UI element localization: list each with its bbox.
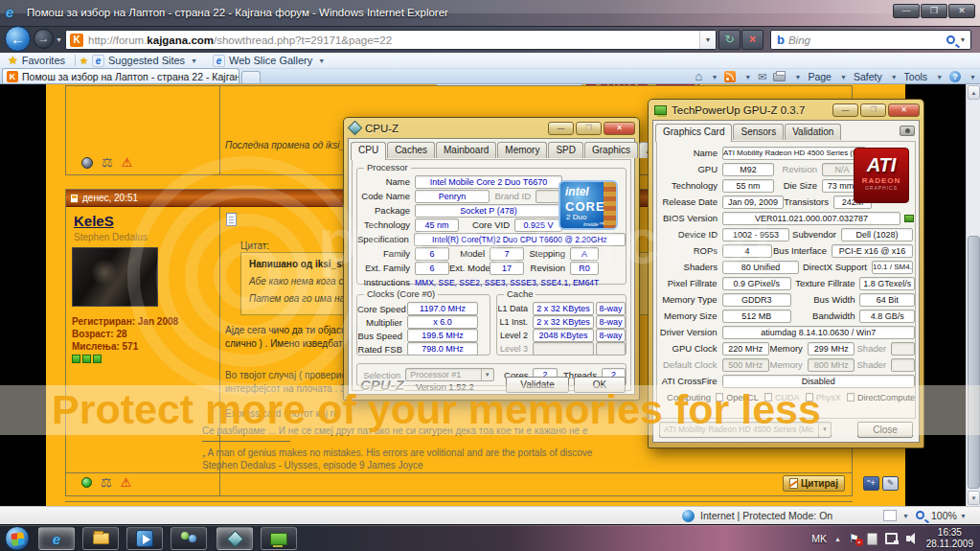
address-bar[interactable]: K http://forum.kajgana.com/showthread.ph… bbox=[65, 30, 717, 50]
minimize-button[interactable]: — bbox=[832, 103, 858, 117]
close-button[interactable]: ✕ bbox=[604, 122, 635, 135]
read-mail-icon[interactable]: ✉ bbox=[758, 71, 766, 83]
directcompute-checkbox[interactable] bbox=[847, 393, 855, 402]
gpuz-close-button[interactable]: Close bbox=[857, 422, 913, 438]
network-icon[interactable] bbox=[885, 533, 899, 544]
gpuz-window[interactable]: TechPowerUp GPU-Z 0.3.7 — ❐ ✕ Graphics C… bbox=[648, 99, 924, 448]
quote-reply-button[interactable]: Цитирај bbox=[783, 475, 845, 492]
field-label: Stepping bbox=[524, 248, 570, 259]
taskbar-ie-button[interactable]: e bbox=[38, 527, 75, 550]
opencl-checkbox[interactable] bbox=[716, 393, 723, 402]
quickreply-button[interactable]: ✎ bbox=[882, 476, 899, 491]
bios-save-icon[interactable] bbox=[904, 215, 914, 222]
minimize-button[interactable]: — bbox=[548, 122, 574, 135]
physx-checkbox[interactable] bbox=[806, 393, 813, 402]
new-tab-button[interactable] bbox=[241, 71, 261, 83]
suggested-sites[interactable]: Suggested Sites bbox=[108, 55, 185, 66]
scroll-down-icon[interactable]: ▼ bbox=[968, 491, 980, 505]
tab-graphics-card[interactable]: Graphics Card bbox=[655, 124, 732, 142]
search-icon[interactable] bbox=[946, 35, 955, 44]
scroll-up-icon[interactable]: ▲ bbox=[968, 85, 980, 100]
search-dropdown-icon[interactable]: ▼ bbox=[955, 36, 970, 43]
web-slice-gallery[interactable]: Web Slice Gallery bbox=[229, 55, 312, 66]
safety-menu[interactable]: Safety bbox=[854, 71, 882, 82]
show-hidden-icons[interactable]: ▲ bbox=[834, 536, 841, 542]
username-link[interactable]: KeleS bbox=[74, 213, 114, 229]
forward-button[interactable]: → bbox=[34, 29, 54, 49]
field-label: DirectX Support bbox=[799, 262, 872, 272]
favorites-label[interactable]: Favorites bbox=[22, 55, 65, 66]
home-icon[interactable]: ⌂ bbox=[695, 72, 703, 81]
back-button[interactable]: ← bbox=[5, 26, 31, 52]
next-section-border bbox=[65, 501, 853, 502]
action-center-icon[interactable]: ⚑× bbox=[849, 532, 859, 545]
tab-mainboard[interactable]: Mainboard bbox=[436, 142, 496, 158]
gpu-selector[interactable]: ATI Mobility Radeon HD 4500 Series (Mic▼ bbox=[659, 422, 832, 438]
page-menu[interactable]: Page bbox=[808, 71, 832, 82]
close-button[interactable]: ✕ bbox=[888, 103, 920, 117]
post-mode-icon bbox=[226, 213, 237, 226]
taskbar-explorer-button[interactable] bbox=[82, 527, 119, 550]
gpuz-titlebar[interactable]: TechPowerUp GPU-Z 0.3.7 — ❐ ✕ bbox=[652, 100, 920, 120]
taskbar-cpuz-button[interactable] bbox=[217, 527, 253, 550]
screenshot-camera-icon[interactable] bbox=[900, 126, 915, 136]
maximize-button[interactable]: ❐ bbox=[576, 122, 602, 135]
taskbar-gpuz-button[interactable] bbox=[261, 527, 297, 550]
chevron-down-icon[interactable]: ▼ bbox=[744, 74, 751, 80]
chevron-down-icon[interactable]: ▼ bbox=[902, 513, 909, 519]
chevron-down-icon[interactable]: ▼ bbox=[711, 74, 718, 80]
zoom-level[interactable]: 100% bbox=[931, 510, 957, 521]
page-scrollbar[interactable]: ▲ ▼ bbox=[966, 84, 980, 506]
close-button[interactable]: ✕ bbox=[948, 4, 975, 18]
chevron-down-icon[interactable]: ▼ bbox=[794, 74, 801, 80]
minimize-button[interactable]: — bbox=[893, 4, 920, 18]
tools-menu[interactable]: Tools bbox=[904, 71, 928, 82]
tab-sensors[interactable]: Sensors bbox=[733, 124, 784, 140]
reputation-icon[interactable]: ⚖ bbox=[101, 476, 112, 489]
language-indicator[interactable]: MK bbox=[811, 533, 827, 544]
tab-cpu[interactable]: CPU bbox=[351, 142, 386, 160]
tab-caches[interactable]: Caches bbox=[387, 142, 435, 158]
processor-selector[interactable]: Processor #1▼ bbox=[405, 368, 494, 381]
help-icon[interactable]: ? bbox=[949, 71, 961, 82]
tab-validation[interactable]: Validation bbox=[785, 124, 841, 140]
validate-button[interactable]: Validate bbox=[506, 377, 569, 393]
maximize-button[interactable]: ❐ bbox=[921, 4, 947, 18]
cuda-checkbox[interactable] bbox=[764, 393, 772, 402]
compatibility-page-icon[interactable] bbox=[883, 510, 897, 521]
history-dropdown-icon[interactable]: ▼ bbox=[56, 36, 62, 43]
browser-tab[interactable]: K Помош за избор на Лаптоп - страна 22 -… bbox=[2, 68, 239, 83]
stop-button[interactable]: × bbox=[741, 30, 763, 50]
cpuz-window[interactable]: CPU-Z — ❐ ✕ CPU Caches Mainboard Memory … bbox=[343, 117, 640, 401]
zoom-icon[interactable] bbox=[916, 511, 924, 519]
warning-icon[interactable]: ⚠ bbox=[121, 476, 132, 489]
scrollbar-thumb[interactable] bbox=[968, 236, 980, 489]
favorites-star-icon[interactable]: ★ bbox=[8, 54, 18, 67]
report-icon[interactable] bbox=[81, 157, 93, 169]
tab-spd[interactable]: SPD bbox=[548, 142, 583, 158]
volume-icon[interactable] bbox=[906, 533, 919, 544]
clock[interactable]: 16:35 28.11.2009 bbox=[926, 527, 973, 550]
search-box[interactable]: b Bing ▼ bbox=[770, 30, 971, 50]
chevron-down-icon[interactable]: ▼ bbox=[960, 513, 967, 519]
cpuz-titlebar[interactable]: CPU-Z — ❐ ✕ bbox=[348, 118, 635, 138]
reputation-icon[interactable]: ⚖ bbox=[102, 156, 113, 169]
tray-app-icon[interactable] bbox=[867, 533, 877, 545]
rss-icon[interactable] bbox=[724, 71, 736, 82]
processor-group: Processor Name Intel Mobile Core 2 Duo T… bbox=[356, 168, 627, 285]
add-favorite-icon[interactable]: ★ bbox=[80, 56, 88, 66]
user-avatar[interactable] bbox=[72, 247, 158, 307]
warning-icon[interactable]: ⚠ bbox=[122, 156, 133, 169]
address-dropdown-icon[interactable]: ▼ bbox=[699, 31, 716, 49]
tab-memory[interactable]: Memory bbox=[497, 142, 547, 158]
ok-button[interactable]: OK bbox=[574, 377, 626, 393]
taskbar-messenger-button[interactable] bbox=[171, 527, 207, 550]
maximize-button[interactable]: ❐ bbox=[860, 103, 886, 117]
print-icon[interactable] bbox=[773, 73, 786, 81]
refresh-button[interactable]: ↻ bbox=[718, 30, 741, 50]
chevron-down-icon[interactable]: ▼ bbox=[969, 74, 976, 80]
start-button[interactable] bbox=[5, 526, 30, 551]
taskbar-media-player-button[interactable] bbox=[126, 527, 163, 550]
multiquote-button[interactable]: "+ bbox=[863, 476, 879, 491]
tab-graphics[interactable]: Graphics bbox=[584, 142, 638, 158]
